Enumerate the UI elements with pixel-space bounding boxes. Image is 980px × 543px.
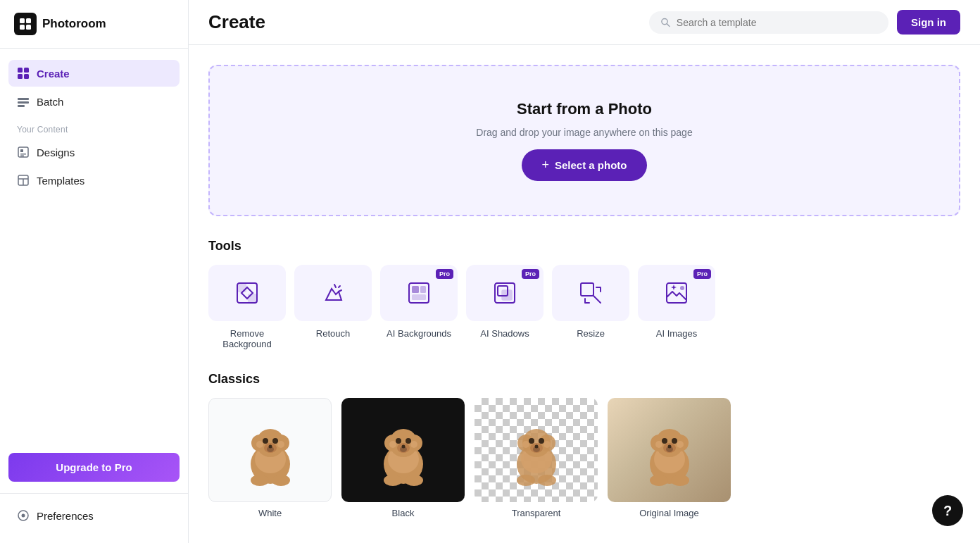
tool-resize[interactable]: Resize (552, 265, 629, 349)
classic-white[interactable]: White (208, 398, 332, 518)
select-photo-plus-icon: + (541, 158, 549, 173)
svg-point-59 (389, 441, 396, 448)
svg-point-73 (522, 441, 529, 448)
svg-rect-24 (248, 294, 257, 303)
search-bar[interactable] (649, 11, 888, 34)
tool-icon-resize (552, 265, 629, 321)
svg-point-34 (680, 286, 684, 290)
search-input[interactable] (677, 17, 877, 28)
teddy-white (235, 411, 306, 489)
tool-icon-ai-images: Pro (638, 265, 715, 321)
tool-icon-ai-backgrounds: Pro (380, 265, 458, 321)
classic-original-preview (608, 398, 731, 502)
svg-rect-26 (412, 286, 419, 293)
tool-icon-ai-shadows: Pro (466, 265, 544, 321)
sidebar-item-batch[interactable]: Batch (8, 88, 180, 115)
sidebar-item-batch-label: Batch (37, 96, 63, 108)
ai-shadows-icon (492, 280, 517, 306)
classic-black[interactable]: Black (341, 398, 465, 518)
logo-icon (14, 13, 37, 35)
svg-point-54 (396, 438, 401, 444)
help-button[interactable]: ? (932, 495, 963, 526)
sidebar-footer: Preferences (0, 493, 188, 543)
retouch-icon (320, 280, 346, 306)
svg-rect-33 (667, 283, 686, 303)
svg-rect-12 (20, 149, 23, 152)
svg-rect-10 (18, 105, 25, 107)
sidebar-item-create[interactable]: Create (8, 60, 180, 87)
content-area: Start from a Photo Drag and drop your im… (189, 45, 980, 538)
svg-rect-28 (412, 294, 426, 300)
resize-icon (578, 280, 603, 306)
svg-point-46 (277, 441, 284, 448)
tool-ai-shadows-label: AI Shadows (480, 328, 529, 339)
classic-transparent-preview (475, 398, 598, 502)
sidebar-item-templates[interactable]: Templates (8, 167, 180, 194)
svg-rect-27 (420, 286, 426, 293)
ai-images-icon (664, 280, 689, 306)
svg-point-87 (655, 441, 662, 448)
svg-point-88 (677, 441, 684, 448)
logo-area: Photoroom (0, 0, 188, 49)
pro-badge-ai-shadows: Pro (522, 269, 539, 279)
sidebar-item-templates-label: Templates (37, 175, 84, 187)
sign-in-button[interactable]: Sign in (897, 10, 960, 35)
svg-rect-3 (26, 25, 31, 30)
topbar: Create Sign in (189, 0, 980, 45)
svg-point-44 (268, 445, 272, 449)
tools-section-title: Tools (208, 239, 960, 254)
sidebar-item-preferences[interactable]: Preferences (8, 502, 180, 529)
sidebar-item-designs-label: Designs (37, 146, 75, 158)
drop-zone[interactable]: Start from a Photo Drag and drop your im… (208, 65, 960, 216)
svg-point-41 (272, 438, 278, 444)
sidebar-item-designs[interactable]: Designs (8, 139, 180, 166)
tool-icon-remove-bg (208, 265, 286, 321)
topbar-right: Sign in (649, 10, 960, 35)
select-photo-button[interactable]: + Select a photo (522, 149, 646, 181)
svg-point-83 (672, 438, 677, 444)
teddy-original (634, 411, 705, 489)
classics-section-title: Classics (208, 372, 960, 387)
svg-point-82 (662, 438, 667, 444)
svg-point-62 (405, 475, 423, 486)
main-content: Create Sign in Start from a Photo Drag a… (189, 0, 980, 543)
svg-rect-31 (502, 290, 512, 300)
upgrade-to-pro-button[interactable]: Upgrade to Pro (8, 453, 180, 482)
classic-transparent[interactable]: Transparent (475, 398, 598, 518)
tool-ai-backgrounds[interactable]: Pro AI Backgrounds (380, 265, 458, 349)
classic-original[interactable]: Original Image (608, 398, 731, 518)
svg-point-61 (384, 475, 402, 486)
svg-rect-6 (18, 74, 23, 79)
ai-backgrounds-icon (406, 280, 432, 306)
svg-rect-32 (581, 283, 593, 296)
search-icon (660, 17, 671, 28)
tool-remove-background[interactable]: Remove Background (208, 265, 286, 349)
pro-badge-ai-images: Pro (693, 269, 711, 279)
svg-line-21 (667, 23, 670, 26)
tool-retouch[interactable]: Retouch (294, 265, 372, 349)
svg-point-74 (544, 441, 551, 448)
tools-row: Remove Background Retouch Pro (208, 265, 960, 349)
teddy-black (368, 411, 439, 489)
tool-ai-shadows[interactable]: Pro AI Shadows (466, 265, 544, 349)
svg-point-48 (272, 475, 290, 486)
tool-retouch-label: Retouch (316, 328, 350, 339)
svg-point-90 (671, 475, 689, 486)
drop-zone-title: Start from a Photo (517, 100, 652, 118)
svg-point-72 (534, 445, 538, 449)
select-photo-label: Select a photo (555, 159, 627, 171)
pro-badge-ai-backgrounds: Pro (436, 269, 453, 279)
svg-rect-2 (20, 25, 25, 30)
svg-point-68 (529, 438, 534, 444)
svg-rect-8 (18, 98, 29, 100)
sidebar: Photoroom Create Batch Your Content (0, 0, 189, 543)
svg-rect-7 (24, 74, 29, 79)
tool-resize-label: Resize (577, 328, 605, 339)
preferences-label: Preferences (37, 510, 94, 522)
svg-rect-9 (18, 101, 29, 104)
tool-ai-images[interactable]: Pro AI Images (638, 265, 715, 349)
tool-remove-background-label: Remove Background (208, 328, 286, 349)
svg-rect-5 (24, 68, 29, 73)
sidebar-nav: Create Batch Your Content Designs (0, 49, 188, 442)
svg-rect-14 (20, 156, 24, 157)
